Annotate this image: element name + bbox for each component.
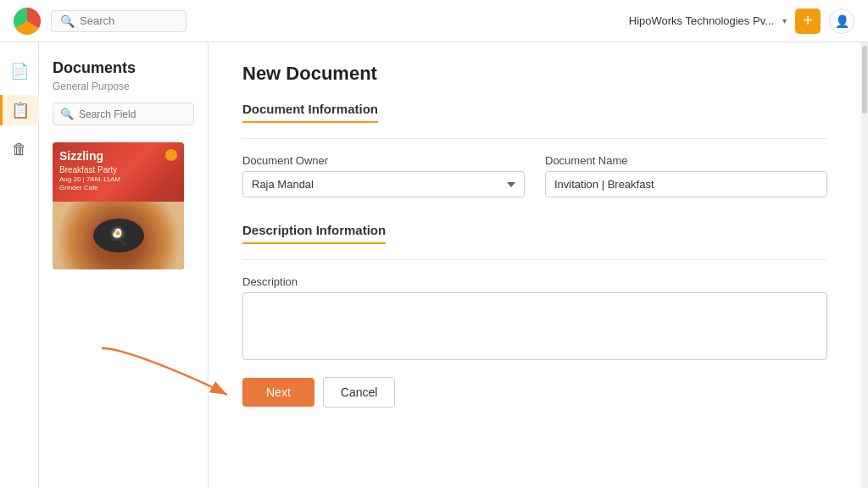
form-buttons-row: Next Cancel [242, 377, 827, 408]
search-field-icon: 🔍 [60, 108, 74, 120]
sidebar-item-trash[interactable]: 🗑 [4, 134, 35, 164]
sidebar-icon-panel: 📄 📋 🗑 [0, 42, 39, 488]
doc-name-group: Document Name [545, 154, 827, 197]
page-title: New Document [242, 63, 827, 85]
main-content-panel: New Document Document Information Docume… [209, 42, 861, 488]
thumbnail-main-title: Sizzling [59, 149, 103, 164]
sidebar-item-documents[interactable]: 📄 [4, 56, 35, 86]
search-box[interactable]: 🔍 [51, 10, 186, 32]
description-group: Description [242, 275, 827, 360]
section1-divider [242, 138, 827, 139]
cancel-button[interactable]: Cancel [323, 377, 396, 408]
food-icon: 🍳 [108, 225, 129, 246]
user-profile-button[interactable]: 👤 [829, 8, 854, 34]
section1-header: Document Information [242, 102, 378, 123]
chevron-down-icon[interactable]: ▾ [782, 16, 787, 25]
thumbnail-orange-dot [165, 149, 177, 161]
search-input[interactable] [80, 14, 173, 27]
main-layout: 📄 📋 🗑 Documents General Purpose 🔍 Sizzli… [0, 42, 868, 488]
section2-header: Description Information [242, 223, 386, 244]
search-icon: 🔍 [60, 14, 75, 28]
left-panel: Documents General Purpose 🔍 Sizzling Bre… [39, 42, 209, 488]
document-information-section: Document Information Document Owner Raja… [242, 102, 827, 197]
trash-icon: 🗑 [12, 141, 27, 158]
search-field-input[interactable] [79, 108, 181, 120]
next-button[interactable]: Next [242, 378, 314, 407]
scroll-track[interactable] [861, 42, 868, 488]
thumbnail-venue: Grinder Cafe [59, 184, 98, 191]
thumbnail-image: Sizzling Breakfast Party Aug 20 | 7AM-11… [53, 142, 184, 269]
doc-owner-group: Document Owner Raja Mandal [242, 154, 525, 197]
nav-left: 🔍 [14, 8, 186, 35]
sidebar-item-documents-filled[interactable]: 📋 [0, 95, 39, 125]
document-thumbnail[interactable]: Sizzling Breakfast Party Aug 20 | 7AM-11… [53, 142, 184, 269]
description-textarea[interactable] [242, 292, 827, 360]
app-logo [14, 8, 41, 35]
nav-right: HipoWorks Technologies Pv... ▾ + 👤 [629, 8, 854, 34]
food-bowl: 🍳 [93, 219, 144, 252]
description-label: Description [242, 275, 827, 288]
add-button[interactable]: + [795, 8, 821, 34]
description-information-section: Description Information Description [242, 214, 827, 360]
doc-owner-select[interactable]: Raja Mandal [242, 171, 525, 197]
doc-name-input[interactable] [545, 171, 827, 197]
panel-subtitle: General Purpose [53, 80, 194, 92]
section2-divider [242, 259, 827, 260]
scroll-thumb[interactable] [862, 46, 867, 114]
panel-title: Documents [53, 59, 194, 77]
thumbnail-date: Aug 20 | 7AM-11AM [59, 175, 120, 183]
search-field-box[interactable]: 🔍 [53, 103, 194, 125]
food-image: 🍳 [53, 202, 184, 269]
document-icon: 📄 [10, 62, 29, 80]
thumbnail-subtitle: Breakfast Party [59, 165, 117, 175]
doc-name-label: Document Name [545, 154, 827, 167]
document-filled-icon: 📋 [11, 101, 30, 119]
doc-owner-label: Document Owner [242, 154, 525, 167]
company-name: HipoWorks Technologies Pv... [629, 14, 774, 27]
top-navigation: 🔍 HipoWorks Technologies Pv... ▾ + 👤 [0, 0, 868, 42]
doc-info-form-row: Document Owner Raja Mandal Document Name [242, 154, 827, 197]
